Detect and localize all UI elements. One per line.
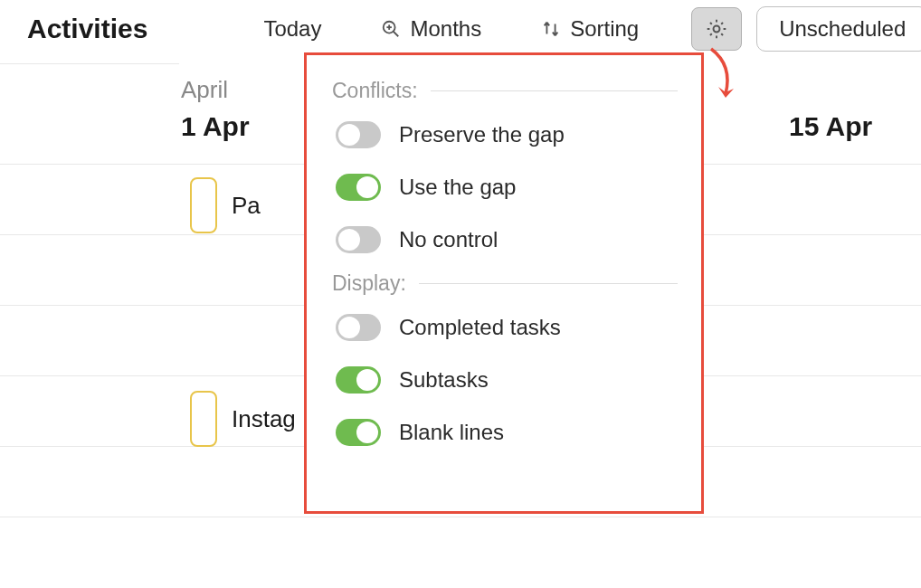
- section-header-label: Display:: [332, 271, 406, 296]
- section-header-display: Display:: [307, 266, 701, 301]
- task-item[interactable]: Pa: [190, 177, 264, 233]
- page-title: Activities: [27, 14, 147, 44]
- toggle-label: Use the gap: [399, 175, 516, 200]
- sort-icon: [541, 19, 561, 39]
- timeline-row: [0, 517, 921, 588]
- task-item[interactable]: Instag: [190, 391, 308, 447]
- task-color-chip: [190, 177, 217, 233]
- toggle-blank-lines[interactable]: [336, 419, 381, 446]
- toggle-row-no-control: No control: [307, 213, 701, 266]
- toggle-row-subtasks: Subtasks: [307, 354, 701, 406]
- today-button[interactable]: Today: [247, 9, 337, 49]
- months-label: Months: [410, 16, 481, 42]
- toggle-preserve-gap[interactable]: [336, 121, 381, 148]
- date-right: 15 Apr: [789, 111, 872, 142]
- settings-dropdown: Conflicts: Preserve the gap Use the gap …: [304, 52, 704, 514]
- toggle-label: No control: [399, 227, 498, 252]
- settings-button[interactable]: [691, 7, 742, 51]
- divider: [419, 283, 678, 284]
- toolbar: Activities Today Months Sorting: [0, 0, 921, 58]
- months-button[interactable]: Months: [365, 9, 498, 49]
- toggle-label: Completed tasks: [399, 315, 561, 340]
- toggle-row-blank-lines: Blank lines: [307, 406, 701, 459]
- task-label: Instag: [232, 405, 296, 433]
- unscheduled-label: Unscheduled: [779, 16, 906, 42]
- toggle-use-gap[interactable]: [336, 174, 381, 201]
- svg-line-1: [394, 32, 399, 37]
- toggle-label: Preserve the gap: [399, 122, 565, 147]
- toggle-no-control[interactable]: [336, 226, 381, 253]
- sorting-label: Sorting: [570, 16, 639, 42]
- svg-point-4: [714, 26, 720, 33]
- task-label: Pa: [232, 192, 261, 220]
- task-color-chip: [190, 391, 217, 447]
- toggle-subtasks[interactable]: [336, 366, 381, 394]
- header-divider: [0, 63, 179, 64]
- unscheduled-button[interactable]: Unscheduled: [756, 6, 921, 52]
- divider: [431, 90, 678, 91]
- toggle-row-preserve-gap: Preserve the gap: [307, 109, 701, 161]
- section-header-label: Conflicts:: [332, 79, 418, 103]
- today-label: Today: [263, 16, 321, 42]
- toggle-row-completed-tasks: Completed tasks: [307, 301, 701, 354]
- zoom-in-icon: [381, 19, 401, 39]
- sorting-button[interactable]: Sorting: [525, 9, 655, 49]
- date-left: 1 Apr: [181, 111, 250, 142]
- toggle-label: Blank lines: [399, 420, 504, 445]
- gear-icon: [705, 17, 728, 41]
- toggle-label: Subtasks: [399, 367, 489, 393]
- toggle-completed-tasks[interactable]: [336, 314, 381, 341]
- toggle-row-use-gap: Use the gap: [307, 161, 701, 213]
- section-header-conflicts: Conflicts:: [307, 73, 701, 109]
